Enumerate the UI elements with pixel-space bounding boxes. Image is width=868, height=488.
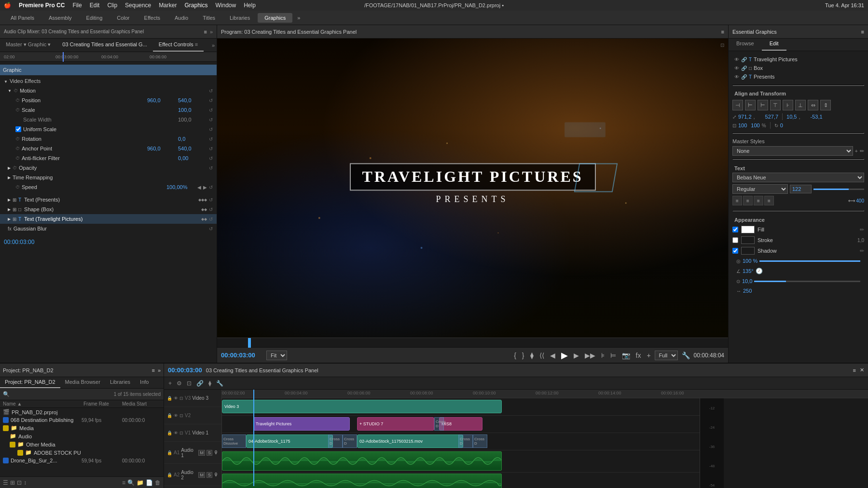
time-remapping-row[interactable]: Time Remapping bbox=[0, 173, 217, 182]
project-item-audio-folder[interactable]: 📁 Audio bbox=[0, 432, 164, 440]
project-tab-project[interactable]: Project: PR_NAB_D2 bbox=[0, 377, 60, 388]
btn-master-add[interactable]: + bbox=[855, 148, 858, 154]
btn-add-track[interactable]: + bbox=[167, 379, 173, 388]
btn-align-center-v[interactable]: ⊦ bbox=[783, 100, 793, 110]
box-reset[interactable]: ↺ bbox=[209, 207, 213, 212]
monitor-time-current[interactable]: 00:00:03:00 bbox=[221, 352, 264, 359]
anchor-y[interactable]: 540,0 bbox=[178, 146, 207, 151]
rotation-stopwatch[interactable]: ⏱ bbox=[15, 136, 20, 141]
anchor-stopwatch[interactable]: ⏱ bbox=[15, 146, 20, 151]
btn-sort[interactable]: ↕ bbox=[24, 479, 27, 486]
tab-editing[interactable]: Editing bbox=[80, 13, 110, 23]
eg-angle-clock[interactable]: 🕗 bbox=[756, 268, 763, 274]
eg-shadow-opacity-slider[interactable] bbox=[759, 260, 860, 262]
uniform-scale-reset[interactable]: ↺ bbox=[209, 127, 213, 132]
eg-stroke-color[interactable] bbox=[741, 236, 755, 244]
travelight-toggle[interactable] bbox=[8, 217, 11, 221]
position-row[interactable]: ⏱ Position 960,0 540,0 ↺ bbox=[0, 95, 217, 105]
eg-rotation[interactable]: 0 bbox=[780, 122, 783, 128]
tab-assembly[interactable]: Assembly bbox=[42, 13, 79, 23]
eg-shadow-angle[interactable]: 135° bbox=[743, 268, 754, 274]
btn-align-bottom[interactable]: ⊥ bbox=[795, 100, 806, 110]
eg-master-styles-dropdown[interactable]: None bbox=[732, 146, 853, 156]
v2-eye[interactable]: 👁 bbox=[174, 413, 178, 418]
btn-text-align-justify[interactable]: ≡ bbox=[764, 196, 774, 205]
menu-marker[interactable]: Marker bbox=[159, 2, 177, 9]
speed-row[interactable]: ⏱ Speed 100,00% ◀ ▶ ↺ bbox=[0, 182, 217, 192]
opacity-row[interactable]: ⏱ Opacity ↺ bbox=[0, 163, 217, 173]
clip-v2-travelight[interactable]: Travelight Pictures bbox=[253, 417, 350, 431]
uniform-scale-checkbox[interactable] bbox=[15, 126, 21, 132]
btn-step-forward[interactable]: ▶ bbox=[572, 351, 581, 360]
scale-width-value[interactable]: 100,0 bbox=[178, 117, 207, 122]
btn-delete[interactable]: 🗑 bbox=[155, 479, 161, 486]
tab-effects[interactable]: Effects bbox=[138, 13, 167, 23]
layer-gaussian-blur[interactable]: fx Gaussian Blur ↺ bbox=[0, 224, 217, 233]
eg-offset-y[interactable]: -53,1 bbox=[810, 114, 822, 120]
eg-shadow-edit[interactable]: ✏ bbox=[860, 248, 864, 254]
btn-freeform-view[interactable]: ⊡ bbox=[17, 479, 22, 486]
btn-export-frame[interactable]: 📷 bbox=[620, 351, 632, 360]
panel-expand-icon[interactable]: » bbox=[210, 29, 213, 35]
tab-graphics[interactable]: Graphics bbox=[258, 13, 292, 23]
eg-shadow-spread[interactable]: 250 bbox=[743, 288, 752, 294]
v1-eye[interactable]: 👁 bbox=[174, 431, 178, 435]
btn-overwrite[interactable]: ⊨ bbox=[608, 351, 618, 360]
tab-libraries[interactable]: Libraries bbox=[223, 13, 257, 23]
eg-font-dropdown[interactable]: Bebas Neue bbox=[732, 173, 864, 182]
btn-align-center-h[interactable]: ⊢ bbox=[745, 100, 756, 110]
eg-tracking-value[interactable]: 400 bbox=[856, 198, 864, 203]
btn-add-marker-tl[interactable]: ⧫ bbox=[207, 379, 213, 388]
anti-flicker-stopwatch[interactable]: ⏱ bbox=[15, 156, 20, 161]
v3-eye[interactable]: 👁 bbox=[174, 396, 178, 401]
speed-next[interactable]: ▶ bbox=[203, 185, 207, 190]
v1-sync[interactable]: ⊡ bbox=[179, 431, 183, 435]
eg-link-box[interactable]: 🔗 bbox=[741, 66, 747, 71]
btn-distribute-v[interactable]: ⇕ bbox=[820, 100, 831, 110]
anti-flicker-row[interactable]: ⏱ Anti-flicker Filter 0,00 ↺ bbox=[0, 153, 217, 163]
btn-insert[interactable]: ⊧ bbox=[599, 351, 606, 360]
tab-clip-name[interactable]: 03 Creating Titles and Essential G... bbox=[56, 39, 152, 52]
clip-v2-studio[interactable]: + STUDIO 7 bbox=[357, 417, 434, 431]
btn-new-bin[interactable]: 📁 bbox=[137, 479, 144, 486]
rotation-value[interactable]: 0,0 bbox=[178, 136, 207, 142]
position-reset[interactable]: ↺ bbox=[209, 98, 213, 103]
btn-text-align-center[interactable]: ≡ bbox=[743, 196, 753, 205]
a1-lock[interactable]: 🔒 bbox=[167, 450, 172, 455]
eg-link-travelight[interactable]: 🔗 bbox=[741, 57, 747, 62]
a1-s-btn[interactable]: S bbox=[207, 450, 212, 456]
a1-m-btn[interactable]: M bbox=[198, 450, 205, 456]
opacity-reset[interactable]: ↺ bbox=[209, 165, 213, 171]
speed-prev[interactable]: ◀ bbox=[197, 185, 201, 190]
scale-stopwatch[interactable]: ⏱ bbox=[15, 108, 20, 112]
eg-font-style-dropdown[interactable]: Regular bbox=[732, 184, 788, 194]
presents-toggle[interactable] bbox=[8, 198, 11, 202]
blur-reset[interactable]: ↺ bbox=[209, 226, 213, 231]
v1-lock[interactable]: 🔒 bbox=[167, 431, 172, 435]
clip-v3-video3[interactable]: Video 3 bbox=[222, 400, 502, 413]
btn-wrench[interactable]: 🔧 bbox=[215, 379, 225, 388]
tab-effect-controls[interactable]: Effect Controls ≡ bbox=[153, 39, 204, 52]
eg-pos-x[interactable]: 971,2 bbox=[738, 114, 752, 120]
btn-mark-in[interactable]: { bbox=[512, 351, 518, 360]
btn-text-align-left[interactable]: ≡ bbox=[732, 196, 742, 205]
project-tab-libraries[interactable]: Libraries bbox=[105, 377, 135, 388]
layer-shape-box[interactable]: ⊞ □ Shape (Box) ◆◆ ↺ bbox=[0, 204, 217, 214]
scale-width-reset[interactable]: ↺ bbox=[209, 117, 213, 122]
eg-scale-y[interactable]: 100 bbox=[751, 122, 759, 128]
panel-menu-icon[interactable]: ≡ bbox=[204, 29, 207, 35]
eg-tab-browse[interactable]: Browse bbox=[729, 39, 762, 51]
btn-add[interactable]: + bbox=[645, 351, 652, 360]
clip-v1-adobe2[interactable]: 02-AdobeStock_117503215.mov bbox=[357, 434, 463, 448]
btn-settings[interactable]: 🔧 bbox=[680, 351, 692, 360]
eg-layer-presents[interactable]: 👁 🔗 T Presents bbox=[732, 72, 864, 81]
btn-go-next-edit[interactable]: ▶▶ bbox=[583, 351, 597, 360]
tab-all-panels[interactable]: All Panels bbox=[4, 13, 41, 23]
col-name-header[interactable]: Name ▲ bbox=[3, 401, 83, 407]
eg-offset-x[interactable]: 10,5 bbox=[786, 114, 797, 120]
menu-window[interactable]: Window bbox=[216, 2, 236, 9]
btn-go-prev-edit[interactable]: ⟨⟨ bbox=[537, 351, 546, 360]
motion-reset[interactable]: ↺ bbox=[209, 88, 213, 94]
btn-find[interactable]: 🔍 bbox=[127, 479, 135, 486]
btn-text-align-right[interactable]: ≡ bbox=[754, 196, 763, 205]
